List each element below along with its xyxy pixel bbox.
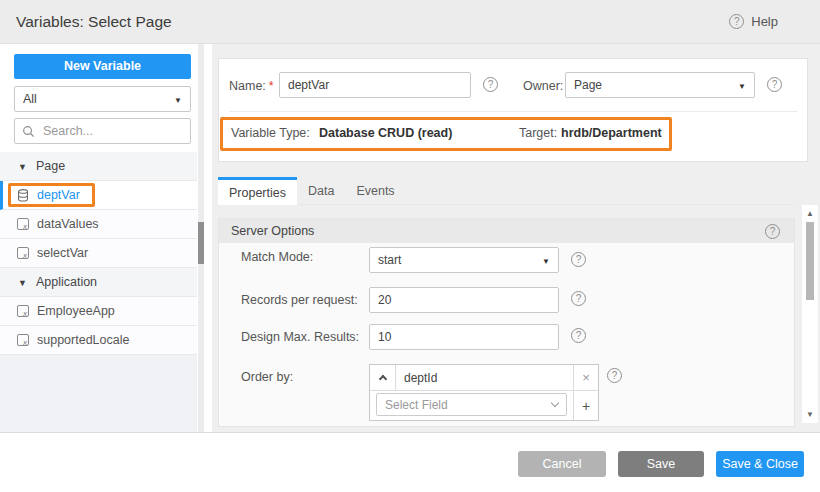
match-mode-value: start [378, 253, 542, 267]
owner-value: Page [574, 78, 738, 92]
new-variable-button[interactable]: New Variable [14, 54, 191, 79]
match-mode-label: Match Mode: [241, 250, 313, 264]
tree-item-employeeapp[interactable]: EmployeeApp [0, 297, 197, 326]
select-field-placeholder: Select Field [385, 398, 552, 412]
save-button[interactable]: Save [618, 451, 704, 477]
sidebar-filler [0, 355, 197, 432]
scroll-up-arrow-icon[interactable] [802, 209, 818, 218]
content-scrollbar-thumb[interactable] [806, 222, 814, 300]
target-value: hrdb/Department [561, 126, 662, 140]
sort-direction-button[interactable] [370, 365, 396, 390]
triangle-down-icon [18, 275, 27, 289]
caret-down-icon [542, 253, 550, 267]
chevron-up-icon [378, 375, 386, 383]
owner-label: Owner:* [523, 79, 571, 93]
tab-properties[interactable]: Properties [218, 177, 297, 205]
caret-down-icon [174, 92, 182, 106]
tree-item-datavalues[interactable]: dataValues [0, 210, 197, 239]
name-label: Name:* [229, 79, 274, 93]
name-help-icon[interactable] [483, 77, 498, 92]
variable-type-value: Database CRUD (read) [319, 126, 452, 140]
order-by-widget: deptId Select Field [369, 364, 599, 421]
remove-field-button[interactable] [573, 365, 598, 390]
records-per-request-help-icon[interactable] [571, 291, 586, 306]
sidebar-scrollbar-thumb[interactable] [198, 222, 204, 264]
help-icon [729, 14, 744, 29]
tree-item-label: dataValues [37, 217, 99, 231]
tab-events[interactable]: Events [345, 177, 405, 205]
select-field-dropdown[interactable]: Select Field [376, 393, 567, 416]
tree-item-supportedlocale[interactable]: supportedLocale [0, 326, 197, 355]
tree-item-label: EmployeeApp [37, 304, 115, 318]
tree-group-page[interactable]: Page [0, 152, 197, 181]
tree-item-label: supportedLocale [37, 333, 129, 347]
variable-detail-area: Name:* Owner:* Page Variable Type: Datab… [212, 44, 820, 432]
server-options-title: Server Options [231, 224, 314, 238]
order-by-field[interactable]: deptId [396, 365, 573, 390]
tree-group-label: Application [36, 275, 97, 289]
variables-tree: Page deptVar dataValues selectVar Applic… [0, 152, 197, 355]
tree-item-label: deptVar [37, 188, 80, 202]
selection-highlight-box: deptVar [8, 183, 95, 207]
variable-filter-value: All [23, 92, 174, 106]
variable-icon [17, 305, 29, 317]
tree-item-deptvar[interactable]: deptVar [0, 181, 197, 210]
content-scrollbar-track[interactable] [802, 205, 818, 423]
search-input[interactable] [41, 120, 186, 142]
server-options-help-icon[interactable] [765, 224, 780, 239]
order-by-help-icon[interactable] [607, 368, 622, 383]
chevron-down-icon [551, 399, 559, 407]
variable-icon [17, 247, 29, 259]
tab-data[interactable]: Data [297, 177, 345, 205]
target-label: Target: [519, 126, 557, 140]
match-mode-help-icon[interactable] [571, 252, 586, 267]
cancel-button[interactable]: Cancel [518, 451, 606, 477]
tree-item-selectvar[interactable]: selectVar [0, 239, 197, 268]
variable-icon [17, 334, 29, 346]
type-highlight-box: Variable Type: Database CRUD (read) Targ… [220, 117, 672, 151]
required-mark: * [269, 79, 274, 93]
detail-tabs: Properties Data Events [218, 177, 406, 205]
scroll-down-arrow-icon[interactable] [802, 410, 818, 419]
variable-type-label: Variable Type: [231, 126, 310, 140]
triangle-down-icon [18, 159, 27, 173]
design-max-results-input[interactable] [369, 324, 559, 350]
help-label: Help [751, 14, 778, 29]
tree-item-label: selectVar [37, 246, 88, 260]
order-by-label: Order by: [241, 370, 293, 384]
tree-group-label: Page [36, 159, 65, 173]
order-by-row: deptId [370, 365, 598, 391]
dialog-footer: Cancel Save Save & Close [0, 432, 820, 492]
caret-down-icon [738, 78, 746, 92]
order-by-add-row: Select Field [370, 391, 598, 420]
server-options-header: Server Options [219, 219, 794, 243]
variables-dialog: Variables: Select Page Help New Variable… [0, 0, 820, 492]
search-icon [22, 125, 35, 138]
records-per-request-label: Records per request: [241, 293, 358, 307]
name-input[interactable] [279, 72, 471, 98]
variable-filter-select[interactable]: All [14, 86, 191, 112]
variable-icon [17, 218, 29, 230]
tree-group-application[interactable]: Application [0, 268, 197, 297]
records-per-request-input[interactable] [369, 287, 559, 313]
owner-select[interactable]: Page [565, 72, 755, 98]
match-mode-select[interactable]: start [369, 247, 559, 273]
variable-summary-panel: Name:* Owner:* Page Variable Type: Datab… [218, 58, 808, 162]
help-button[interactable]: Help [729, 14, 778, 29]
design-max-results-help-icon[interactable] [571, 328, 586, 343]
dialog-header: Variables: Select Page Help [0, 0, 820, 44]
design-max-results-label: Design Max. Results: [241, 330, 359, 344]
variable-search [14, 118, 191, 144]
page-title: Variables: Select Page [16, 0, 172, 44]
owner-help-icon[interactable] [767, 77, 782, 92]
database-icon [17, 189, 29, 202]
properties-panel: Server Options Match Mode: start Records… [218, 218, 795, 427]
summary-divider [229, 111, 797, 112]
variables-sidebar: New Variable All Page deptVar dataVal [0, 44, 205, 432]
save-and-close-button[interactable]: Save & Close [716, 451, 804, 477]
add-field-button[interactable] [573, 391, 598, 420]
